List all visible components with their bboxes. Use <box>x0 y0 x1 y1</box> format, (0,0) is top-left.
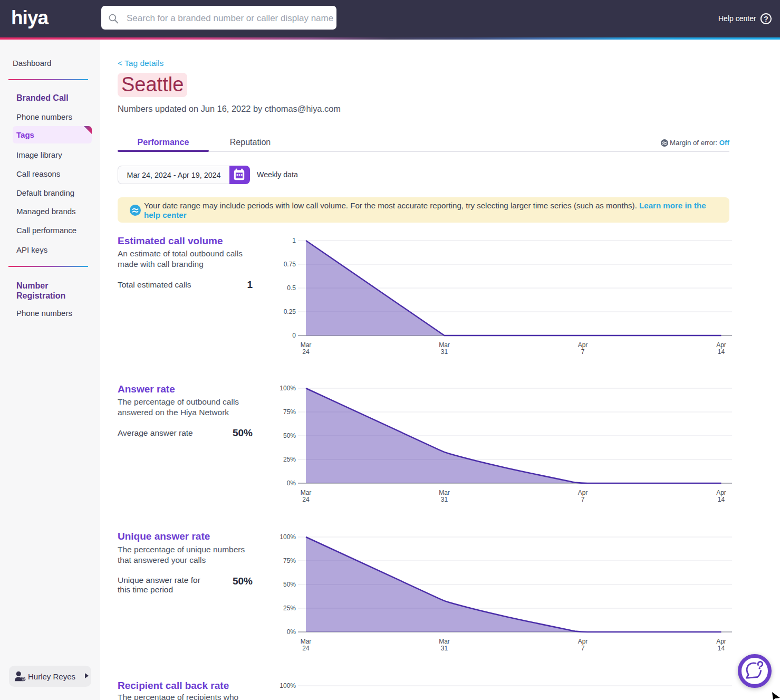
svg-text:75%: 75% <box>283 557 296 564</box>
svg-text:Mar: Mar <box>301 638 312 645</box>
svg-text:24: 24 <box>302 645 310 652</box>
svg-text:Mar: Mar <box>439 638 450 645</box>
svg-text:Mar: Mar <box>301 489 312 496</box>
svg-text:7: 7 <box>581 348 585 356</box>
svg-text:Mar: Mar <box>439 489 450 496</box>
svg-text:1: 1 <box>292 237 296 244</box>
svg-text:7: 7 <box>581 645 585 652</box>
svg-text:0.5: 0.5 <box>287 284 296 292</box>
svg-text:14: 14 <box>718 645 725 652</box>
svg-text:50%: 50% <box>283 581 296 588</box>
svg-text:7: 7 <box>581 496 585 503</box>
svg-text:24: 24 <box>302 496 310 503</box>
svg-text:?: ? <box>764 15 768 23</box>
svg-text:Mar: Mar <box>301 341 312 349</box>
svg-text:31: 31 <box>441 496 448 503</box>
svg-text:Mar: Mar <box>439 341 450 349</box>
svg-text:31: 31 <box>441 348 448 356</box>
svg-text:Apr: Apr <box>716 638 726 645</box>
svg-text:100%: 100% <box>280 682 296 689</box>
svg-text:24: 24 <box>302 348 310 356</box>
svg-text:25%: 25% <box>283 456 296 463</box>
svg-text:Apr: Apr <box>716 489 726 496</box>
svg-text:0: 0 <box>292 332 296 339</box>
svg-text:Apr: Apr <box>578 638 588 645</box>
svg-text:0%: 0% <box>287 480 296 487</box>
svg-text:100%: 100% <box>280 533 296 541</box>
svg-text:14: 14 <box>718 496 725 503</box>
svg-text:50%: 50% <box>283 432 296 439</box>
svg-text:25%: 25% <box>283 605 296 612</box>
svg-text:75%: 75% <box>283 408 296 416</box>
svg-text:31: 31 <box>441 645 448 652</box>
svg-text:Apr: Apr <box>716 341 726 349</box>
svg-text:0.25: 0.25 <box>284 308 296 315</box>
svg-text:Apr: Apr <box>578 341 588 349</box>
svg-text:100%: 100% <box>280 385 296 392</box>
svg-text:Apr: Apr <box>578 489 588 496</box>
svg-text:0.75: 0.75 <box>284 261 296 268</box>
svg-text:14: 14 <box>718 348 725 356</box>
svg-text:0%: 0% <box>287 628 296 636</box>
